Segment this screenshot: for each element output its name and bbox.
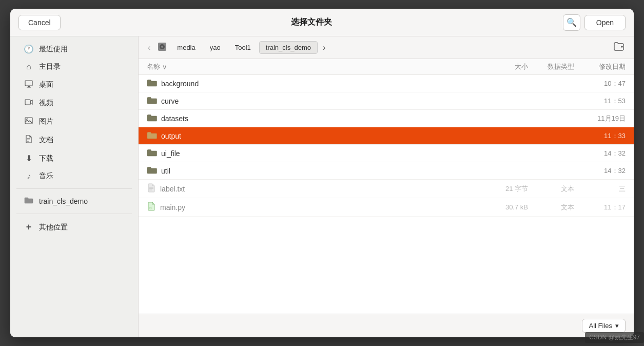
file-row[interactable]: label.txt 21 字节 文本 三 xyxy=(139,180,634,198)
sidebar-item-label: 桌面 xyxy=(39,80,53,89)
sidebar-divider xyxy=(16,188,132,189)
file-name: ui_file xyxy=(161,149,180,158)
file-name: main.py xyxy=(160,203,185,212)
py-file-icon: py xyxy=(147,202,156,213)
back-button[interactable]: ‹ xyxy=(145,41,153,54)
file-name-cell: ui_file xyxy=(147,148,482,158)
col-header-date: 修改日期 xyxy=(574,62,626,71)
sidebar-divider-2 xyxy=(16,214,132,214)
music-icon: ♪ xyxy=(24,171,34,181)
file-date: 11：33 xyxy=(574,131,626,141)
file-chooser-dialog: Cancel 选择文件夹 🔍 Open 🕐 最近使用 ⌂ 主目录 xyxy=(10,9,634,337)
file-name-cell: py main.py xyxy=(147,202,482,213)
sidebar-item-train-cls-demo[interactable]: train_cls_demo xyxy=(13,193,135,209)
sidebar-item-pictures[interactable]: 图片 xyxy=(13,113,135,130)
file-row[interactable]: py main.py 30.7 kB 文本 11：17 xyxy=(139,198,634,217)
svg-point-11 xyxy=(161,46,163,48)
sidebar-item-recent[interactable]: 🕐 最近使用 xyxy=(13,41,135,57)
main-content: ‹ media yao Tool1 train_cls_demo › 名称 xyxy=(139,36,634,337)
new-folder-button[interactable] xyxy=(610,40,628,55)
file-name: output xyxy=(161,132,181,140)
txt-file-icon xyxy=(147,183,156,194)
sidebar-item-label: 音乐 xyxy=(39,171,53,181)
file-name-cell: util xyxy=(147,166,482,176)
sidebar-item-label: 下载 xyxy=(39,154,53,163)
file-name: datasets xyxy=(161,114,188,123)
header-left: Cancel xyxy=(18,15,61,30)
sidebar-item-label: 文档 xyxy=(39,136,53,145)
file-date: 11：17 xyxy=(574,203,626,212)
sidebar-item-label: 图片 xyxy=(39,117,53,126)
file-date: 14：32 xyxy=(574,166,626,176)
file-row-selected[interactable]: output 11：33 xyxy=(139,127,634,145)
sidebar-item-label: 视频 xyxy=(39,99,53,108)
search-icon: 🔍 xyxy=(567,17,577,27)
sidebar-item-downloads[interactable]: ⬇ 下载 xyxy=(13,150,135,167)
file-row[interactable]: datasets 11月19日 xyxy=(139,110,634,127)
dialog-title: 选择文件夹 xyxy=(61,17,563,28)
file-row[interactable]: util 14：32 xyxy=(139,162,634,180)
folder-icon xyxy=(147,96,157,106)
toolbar-right xyxy=(610,40,628,55)
folder-icon xyxy=(147,148,157,158)
sidebar-item-label: 主目录 xyxy=(39,62,61,71)
sidebar: 🕐 最近使用 ⌂ 主目录 桌面 视频 xyxy=(10,36,139,337)
file-size: 21 字节 xyxy=(482,184,528,194)
folder-icon xyxy=(24,197,34,206)
search-button[interactable]: 🔍 xyxy=(563,14,580,31)
col-header-type: 数据类型 xyxy=(528,62,574,71)
folder-icon xyxy=(147,79,157,88)
file-size: 30.7 kB xyxy=(482,203,528,211)
filter-dropdown[interactable]: All Files ▾ xyxy=(582,319,626,333)
sidebar-item-label: 最近使用 xyxy=(39,45,68,54)
file-name: background xyxy=(161,80,199,88)
sidebar-item-video[interactable]: 视频 xyxy=(13,94,135,112)
filter-label: All Files xyxy=(589,322,612,330)
forward-button[interactable]: › xyxy=(320,41,328,54)
home-icon: ⌂ xyxy=(24,62,34,71)
desktop-icon xyxy=(24,80,34,90)
file-list-header: 名称 ∨ 大小 数据类型 修改日期 xyxy=(139,59,634,75)
file-name-cell: curve xyxy=(147,96,482,106)
svg-rect-3 xyxy=(25,100,30,105)
folder-icon xyxy=(147,131,157,141)
file-name-cell: output xyxy=(147,131,482,141)
file-row[interactable]: ui_file 14：32 xyxy=(139,145,634,162)
file-row[interactable]: curve 11：53 xyxy=(139,92,634,110)
sidebar-item-other[interactable]: + 其他位置 xyxy=(13,218,135,236)
svg-rect-2 xyxy=(27,87,31,88)
col-header-name[interactable]: 名称 ∨ xyxy=(147,62,482,71)
file-name: curve xyxy=(161,97,179,105)
open-button[interactable]: Open xyxy=(584,15,626,30)
file-type: 文本 xyxy=(528,203,574,212)
svg-text:py: py xyxy=(149,206,152,210)
sidebar-item-label: 其他位置 xyxy=(39,223,68,232)
svg-rect-0 xyxy=(25,81,32,86)
dialog-body: 🕐 最近使用 ⌂ 主目录 桌面 视频 xyxy=(10,36,634,337)
sort-icon: ∨ xyxy=(162,63,167,71)
cancel-button[interactable]: Cancel xyxy=(18,15,61,30)
folder-icon xyxy=(147,166,157,176)
breadcrumb-media[interactable]: media xyxy=(171,42,201,53)
col-header-size: 大小 xyxy=(482,62,528,71)
dialog-header: Cancel 选择文件夹 🔍 Open xyxy=(10,9,634,36)
breadcrumb-yao[interactable]: yao xyxy=(204,42,227,53)
file-name-cell: datasets xyxy=(147,113,482,123)
file-date: 11：53 xyxy=(574,97,626,106)
pictures-icon xyxy=(24,117,34,127)
media-icon xyxy=(155,41,169,54)
watermark: CSDN @姚先生97 xyxy=(585,332,644,343)
recent-icon: 🕐 xyxy=(24,44,34,54)
breadcrumb-train-cls-demo[interactable]: train_cls_demo xyxy=(259,41,318,54)
sidebar-item-home[interactable]: ⌂ 主目录 xyxy=(13,59,135,75)
sidebar-item-music[interactable]: ♪ 音乐 xyxy=(13,168,135,184)
file-row[interactable]: background 10：47 xyxy=(139,75,634,92)
svg-rect-1 xyxy=(28,86,30,87)
sidebar-item-label: train_cls_demo xyxy=(39,197,88,205)
video-icon xyxy=(24,98,34,108)
breadcrumb-tool1[interactable]: Tool1 xyxy=(229,42,257,53)
file-name-cell: background xyxy=(147,79,482,88)
sidebar-item-desktop[interactable]: 桌面 xyxy=(13,76,135,93)
file-date: 11月19日 xyxy=(574,114,626,123)
sidebar-item-documents[interactable]: 文档 xyxy=(13,131,135,149)
